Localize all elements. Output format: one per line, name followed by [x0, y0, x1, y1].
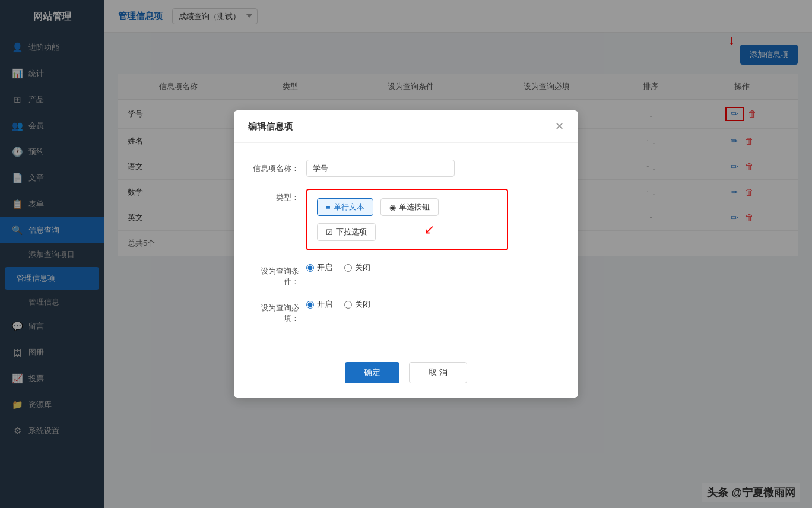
query-required-row: 设为查询必填： 开启 关闭	[253, 299, 559, 324]
type-btn-label: 单行文本	[334, 202, 364, 212]
modal-footer: 确定 取 消	[234, 353, 578, 398]
modal-overlay: 编辑信息项 ✕ 信息项名称： 类型： ≡ 单行文本 ◉ 单选按钮	[0, 0, 812, 508]
edit-modal: 编辑信息项 ✕ 信息项名称： 类型： ≡ 单行文本 ◉ 单选按钮	[234, 110, 578, 398]
cancel-button[interactable]: 取 消	[409, 362, 467, 383]
query-required-on-text: 开启	[317, 299, 332, 310]
query-cond-radio-group: 开启 关闭	[306, 262, 370, 273]
query-cond-on-label[interactable]: 开启	[306, 262, 332, 273]
modal-header: 编辑信息项 ✕	[234, 110, 578, 143]
type-radio-button[interactable]: ◉ 单选按钮	[380, 198, 439, 216]
query-required-off-label[interactable]: 关闭	[344, 299, 370, 310]
annotation-arrow-2: ↙	[424, 222, 434, 237]
query-cond-on-text: 开启	[317, 262, 332, 273]
modal-body: 信息项名称： 类型： ≡ 单行文本 ◉ 单选按钮 ☑	[234, 143, 578, 353]
type-single-line-button[interactable]: ≡ 单行文本	[317, 198, 373, 216]
modal-close-button[interactable]: ✕	[555, 120, 564, 133]
dropdown-icon: ☑	[326, 228, 333, 237]
query-cond-on-radio[interactable]	[306, 264, 314, 272]
type-btn-label: 单选按钮	[399, 202, 430, 212]
confirm-button[interactable]: 确定	[345, 362, 399, 383]
single-line-icon: ≡	[326, 203, 331, 212]
name-label: 信息项名称：	[253, 160, 306, 174]
query-required-on-label[interactable]: 开启	[306, 299, 332, 310]
query-cond-off-radio[interactable]	[344, 264, 352, 272]
type-selector: ≡ 单行文本 ◉ 单选按钮 ☑ 下拉选项 ↙	[306, 189, 508, 250]
name-input[interactable]	[306, 160, 455, 177]
query-cond-off-text: 关闭	[355, 262, 370, 273]
query-cond-off-label[interactable]: 关闭	[344, 262, 370, 273]
type-label: 类型：	[253, 189, 306, 203]
type-field-row: 类型： ≡ 单行文本 ◉ 单选按钮 ☑ 下拉选项 ↙	[253, 189, 559, 250]
query-required-radio-group: 开启 关闭	[306, 299, 370, 310]
type-dropdown-button[interactable]: ☑ 下拉选项	[317, 223, 376, 241]
modal-title: 编辑信息项	[248, 121, 293, 132]
query-required-on-radio[interactable]	[306, 301, 314, 309]
query-cond-row: 设为查询条件： 开启 关闭	[253, 262, 559, 287]
name-field-row: 信息项名称：	[253, 160, 559, 177]
query-required-off-text: 关闭	[355, 299, 370, 310]
query-required-off-radio[interactable]	[344, 301, 352, 309]
radio-icon: ◉	[389, 203, 396, 212]
type-btn-label: 下拉选项	[336, 227, 367, 237]
query-required-label: 设为查询必填：	[253, 299, 306, 324]
query-cond-label: 设为查询条件：	[253, 262, 306, 287]
